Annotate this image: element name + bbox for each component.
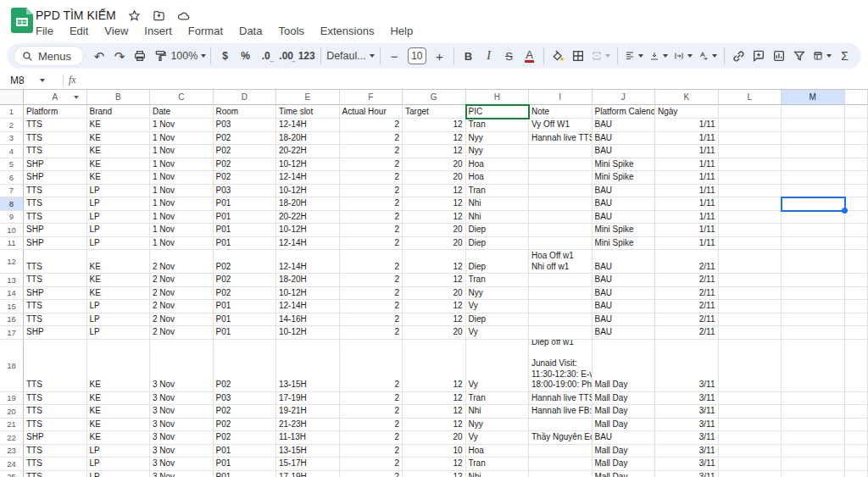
cell-H10[interactable]: Diep bbox=[466, 224, 530, 237]
cell-C5[interactable]: 1 Nov bbox=[150, 158, 214, 172]
cell-B15[interactable]: LP bbox=[87, 300, 151, 313]
cell-H3[interactable]: Nyy bbox=[466, 132, 530, 146]
cell-A1[interactable]: Platform bbox=[24, 105, 87, 119]
cell-B17[interactable]: LP bbox=[87, 326, 151, 340]
cell-D14[interactable]: P02 bbox=[214, 287, 277, 301]
cell-M10[interactable] bbox=[782, 224, 845, 237]
cell-B6[interactable]: KE bbox=[87, 171, 151, 185]
cell-G14[interactable]: 20 bbox=[403, 287, 466, 301]
menu-tools[interactable]: Tools bbox=[278, 25, 303, 37]
cell-K25[interactable]: 3/11 bbox=[655, 471, 719, 477]
cell-A9[interactable]: TTS bbox=[24, 211, 87, 225]
document-title[interactable]: PPD TÌM KIẾM bbox=[36, 8, 116, 22]
zoom-select[interactable]: 100% bbox=[171, 46, 207, 66]
insert-comment-button[interactable] bbox=[749, 46, 769, 66]
cell-I21[interactable] bbox=[529, 419, 593, 432]
row-header-4[interactable]: 4 bbox=[0, 145, 24, 158]
cell-H15[interactable]: Vy bbox=[466, 300, 530, 313]
cell-I3[interactable]: Hannah live TTS bbox=[529, 132, 593, 146]
cell-H19[interactable]: Tran bbox=[466, 392, 530, 406]
cell-A13[interactable]: TTS bbox=[24, 274, 87, 287]
cell-C15[interactable]: 2 Nov bbox=[150, 300, 214, 313]
cell-C22[interactable]: 3 Nov bbox=[150, 431, 214, 445]
cell-B3[interactable]: KE bbox=[87, 132, 151, 146]
cell-J10[interactable]: Mini Spike bbox=[593, 224, 656, 237]
cell-H22[interactable]: Vy bbox=[466, 431, 530, 445]
cell-J8[interactable]: BAU bbox=[593, 197, 656, 211]
move-folder-icon[interactable] bbox=[153, 9, 165, 22]
cell-M24[interactable] bbox=[782, 458, 845, 471]
cell-B23[interactable]: LP bbox=[87, 445, 151, 458]
cell-I7[interactable] bbox=[529, 185, 593, 198]
cell-F25[interactable]: 2 bbox=[340, 471, 403, 477]
cell-A16[interactable]: TTS bbox=[24, 313, 87, 327]
row-header-20[interactable]: 20 bbox=[0, 405, 24, 419]
cell-E19[interactable]: 17-19H bbox=[276, 392, 340, 406]
cloud-status-icon[interactable] bbox=[177, 9, 190, 22]
cell-A24[interactable]: TTS bbox=[24, 458, 87, 471]
column-header-E[interactable]: E bbox=[276, 90, 340, 105]
cell-K21[interactable]: 3/11 bbox=[655, 419, 719, 432]
cell-F15[interactable]: 2 bbox=[340, 300, 403, 313]
cell-L17[interactable] bbox=[719, 326, 782, 340]
text-color-button[interactable]: A bbox=[520, 46, 539, 66]
cell-B14[interactable]: KE bbox=[87, 287, 151, 301]
cell-K16[interactable]: 2/11 bbox=[655, 313, 719, 327]
cell-D13[interactable]: P02 bbox=[214, 274, 277, 287]
column-header-M[interactable]: M bbox=[782, 90, 845, 105]
cell-G25[interactable]: 12 bbox=[403, 471, 466, 477]
cell-L24[interactable] bbox=[719, 458, 782, 471]
cell-G16[interactable]: 12 bbox=[403, 313, 466, 327]
cell-I25[interactable] bbox=[529, 471, 593, 477]
cell-D1[interactable]: Room bbox=[214, 105, 277, 119]
cell-L21[interactable] bbox=[719, 419, 782, 432]
cell-N3[interactable] bbox=[845, 132, 868, 146]
format-currency-button[interactable]: $ bbox=[215, 46, 235, 66]
cell-E18[interactable]: 13-15H bbox=[276, 340, 340, 392]
cell-H18[interactable]: Vy bbox=[466, 340, 530, 392]
cell-D23[interactable]: P01 bbox=[214, 445, 277, 458]
cell-M5[interactable] bbox=[782, 158, 845, 172]
cell-H9[interactable]: Nhi bbox=[466, 211, 530, 225]
cell-D17[interactable]: P01 bbox=[214, 326, 277, 340]
cell-G24[interactable]: 12 bbox=[403, 458, 466, 471]
cell-E20[interactable]: 19-21H bbox=[276, 405, 340, 419]
cell-C4[interactable]: 1 Nov bbox=[150, 145, 214, 158]
cell-L3[interactable] bbox=[719, 132, 782, 146]
cell-B24[interactable]: LP bbox=[87, 458, 151, 471]
cell-D25[interactable]: P01 bbox=[214, 471, 277, 477]
cell-G23[interactable]: 10 bbox=[403, 445, 466, 458]
cell-D24[interactable]: P01 bbox=[214, 458, 277, 471]
text-rotation-button[interactable] bbox=[696, 46, 720, 66]
cell-K7[interactable]: 1/11 bbox=[655, 185, 719, 198]
cell-J3[interactable]: BAU bbox=[593, 132, 656, 146]
cell-G19[interactable]: 12 bbox=[403, 392, 466, 406]
cell-M3[interactable] bbox=[782, 132, 845, 146]
cell-N13[interactable] bbox=[845, 274, 868, 287]
cell-N6[interactable] bbox=[845, 171, 868, 185]
cell-E7[interactable]: 10-12H bbox=[276, 185, 340, 198]
merge-cells-button[interactable] bbox=[589, 46, 613, 66]
cell-I5[interactable] bbox=[529, 158, 593, 172]
cell-L14[interactable] bbox=[719, 287, 782, 301]
cell-H1[interactable]: PIC bbox=[466, 105, 530, 119]
cell-J2[interactable]: BAU bbox=[593, 119, 656, 132]
cell-E24[interactable]: 15-17H bbox=[276, 458, 340, 471]
menu-help[interactable]: Help bbox=[390, 25, 413, 37]
cell-F16[interactable]: 2 bbox=[340, 313, 403, 327]
cell-L19[interactable] bbox=[719, 392, 782, 406]
menu-file[interactable]: File bbox=[36, 25, 53, 37]
cell-M21[interactable] bbox=[782, 419, 845, 432]
cell-E12[interactable]: 12-14H bbox=[276, 250, 340, 274]
cell-N23[interactable] bbox=[845, 445, 868, 458]
cell-J22[interactable]: BAU bbox=[593, 431, 656, 445]
cell-N16[interactable] bbox=[845, 313, 868, 327]
row-header-25[interactable]: 25 bbox=[0, 471, 24, 477]
cell-G7[interactable]: 12 bbox=[403, 185, 466, 198]
cell-H12[interactable]: Diep bbox=[466, 250, 530, 274]
cell-A10[interactable]: SHP bbox=[24, 224, 87, 237]
cell-I9[interactable] bbox=[529, 211, 593, 225]
cell-G1[interactable]: Target bbox=[403, 105, 466, 119]
cell-A15[interactable]: TTS bbox=[24, 300, 87, 313]
cell-H25[interactable]: Nhi bbox=[466, 471, 530, 477]
